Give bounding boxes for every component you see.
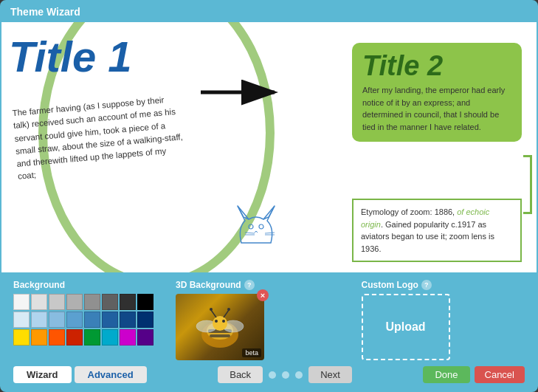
- swatch[interactable]: [137, 329, 154, 345]
- swatch[interactable]: [84, 294, 100, 310]
- swatch[interactable]: [31, 329, 47, 345]
- etymology-rest: . Gained popularity c.1917 as aviators b…: [361, 220, 494, 253]
- swatch[interactable]: [120, 312, 136, 328]
- dot-3: [295, 371, 303, 379]
- footer-right: Done Cancel: [423, 366, 525, 383]
- title2-box: Title 2 After my landing, the emperor ha…: [352, 43, 522, 142]
- svg-line-17: [211, 310, 216, 317]
- swatch[interactable]: [102, 294, 118, 310]
- dot-2: [282, 371, 289, 379]
- cancel-button[interactable]: Cancel: [475, 366, 525, 383]
- svg-point-15: [215, 320, 218, 323]
- swatch[interactable]: [31, 294, 47, 310]
- svg-point-18: [210, 308, 213, 311]
- swatch[interactable]: [102, 312, 118, 328]
- next-button[interactable]: Next: [308, 366, 352, 383]
- background-section: Background: [13, 280, 154, 360]
- window-title: Theme Wizard: [10, 6, 80, 18]
- etymology-label: Etymology of zoom: 1886,: [361, 207, 457, 216]
- footer-center: Back Next: [218, 366, 352, 383]
- titlebar: Theme Wizard: [1, 1, 537, 22]
- swatch[interactable]: [49, 294, 65, 310]
- swatch[interactable]: [84, 329, 100, 345]
- bg3d-image-container: ×: [176, 294, 264, 360]
- upload-box[interactable]: Upload: [362, 294, 450, 360]
- custom-logo-section: Custom Logo ? Upload: [362, 280, 525, 360]
- swatch[interactable]: [31, 312, 47, 328]
- title2-body: After my landing, the emperor had early …: [362, 84, 511, 133]
- cat-drawing: [223, 199, 297, 258]
- swatch[interactable]: [120, 329, 136, 345]
- footer-left: Wizard Advanced: [13, 366, 147, 383]
- etymology-box: Etymology of zoom: 1886, of echoic origi…: [352, 199, 522, 262]
- swatch[interactable]: [49, 329, 65, 345]
- bee-svg: [176, 294, 264, 360]
- swatches-grid: [13, 294, 154, 345]
- theme-wizard-window: Theme Wizard Title 1 The farmer having (…: [0, 0, 538, 392]
- done-button[interactable]: Done: [423, 366, 469, 383]
- dot-1: [269, 371, 276, 379]
- bg3d-help-icon[interactable]: ?: [244, 280, 255, 290]
- swatch[interactable]: [66, 294, 83, 310]
- title1-text: Title 1: [9, 35, 132, 78]
- bottom-panel: Background: [1, 272, 537, 391]
- swatch[interactable]: [66, 329, 83, 345]
- title2-heading: Title 2: [362, 52, 511, 80]
- upload-label: Upload: [385, 320, 425, 334]
- swatch[interactable]: [49, 312, 65, 328]
- preview-area: Title 1 The farmer having (as I suppose …: [1, 22, 537, 272]
- bg3d-section: 3D Background ?: [176, 280, 339, 360]
- swatch[interactable]: [13, 294, 30, 310]
- close-3d-button[interactable]: ×: [257, 289, 269, 301]
- right-bracket: [523, 155, 532, 214]
- swatch[interactable]: [102, 329, 118, 345]
- cat-svg: [223, 199, 297, 258]
- custom-logo-label: Custom Logo ?: [362, 280, 525, 290]
- advanced-button[interactable]: Advanced: [75, 366, 147, 383]
- svg-line-4: [245, 233, 255, 233]
- wizard-button[interactable]: Wizard: [13, 366, 72, 383]
- bg3d-label-text: 3D Background: [176, 280, 241, 290]
- svg-point-3: [259, 224, 263, 229]
- swatch[interactable]: [13, 329, 30, 345]
- bottom-top-row: Background: [13, 280, 525, 360]
- custom-logo-help-icon[interactable]: ?: [421, 280, 432, 290]
- footer-nav: Wizard Advanced Back Next Done Cancel: [13, 366, 525, 383]
- swatch[interactable]: [120, 294, 136, 310]
- svg-point-16: [222, 320, 225, 323]
- background-label-text: Background: [13, 280, 65, 290]
- bg3d-label: 3D Background ?: [176, 280, 339, 290]
- back-button[interactable]: Back: [218, 366, 263, 383]
- svg-point-20: [227, 308, 230, 311]
- bg3d-image: [176, 294, 264, 360]
- svg-line-6: [265, 233, 275, 233]
- arrow-icon: [193, 66, 289, 111]
- swatch[interactable]: [66, 312, 83, 328]
- svg-point-14: [213, 316, 227, 331]
- svg-rect-11: [210, 334, 230, 337]
- arrow-container: [193, 66, 289, 111]
- swatch[interactable]: [13, 312, 30, 328]
- svg-line-19: [224, 310, 229, 317]
- svg-point-2: [249, 224, 253, 229]
- swatch[interactable]: [137, 294, 154, 310]
- custom-logo-label-text: Custom Logo: [362, 280, 418, 290]
- body-text1: The farmer having (as I suppose by their…: [12, 92, 187, 183]
- swatch[interactable]: [137, 312, 154, 328]
- swatch[interactable]: [84, 312, 100, 328]
- background-label: Background: [13, 280, 154, 290]
